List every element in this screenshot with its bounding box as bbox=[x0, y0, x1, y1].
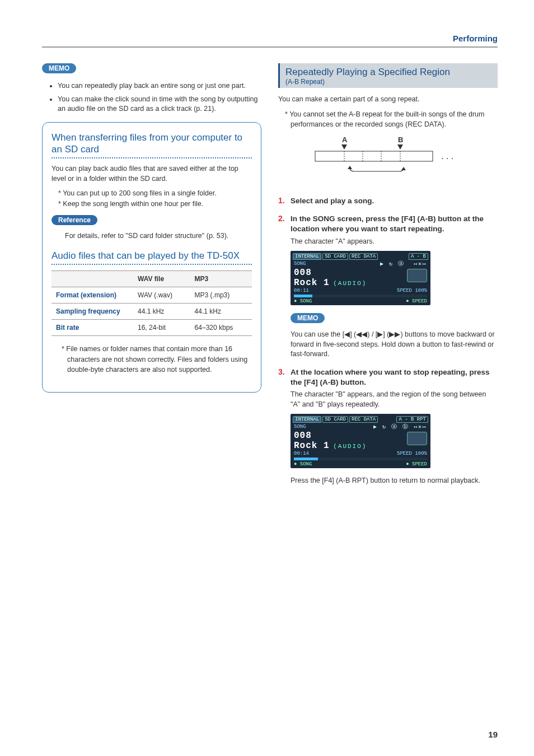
screen-tab: SD CARD bbox=[322, 416, 348, 423]
info-star-list: You can put up to 200 song files in a si… bbox=[51, 188, 252, 209]
table-head-wav: WAV file bbox=[133, 270, 190, 287]
screen-song-num: 008 bbox=[294, 268, 312, 278]
progress-bar bbox=[294, 458, 427, 460]
cell: MP3 (.mp3) bbox=[190, 287, 252, 303]
step-list: Select and play a song. In the SONG scre… bbox=[278, 196, 498, 486]
header-section: Performing bbox=[42, 34, 498, 48]
screen-label: SONG bbox=[294, 424, 306, 430]
play-icons: ▶ ↻ ⓐ ⓑ ↤✕↦ bbox=[373, 423, 427, 431]
page-number: 19 bbox=[488, 730, 498, 739]
svg-marker-2 bbox=[341, 144, 347, 150]
screen-tab: REC DATA bbox=[349, 253, 378, 260]
play-icons: ▶ ↻ ⓐ ↤✕↦ bbox=[380, 260, 427, 268]
screen-thumb bbox=[407, 269, 427, 282]
dotted-rule bbox=[51, 264, 252, 265]
step-1: Select and play a song. bbox=[278, 196, 498, 206]
left-column: MEMO You can repeatedly play back an ent… bbox=[42, 63, 261, 494]
screen-foot: SONG bbox=[300, 461, 312, 467]
screen-time: 00:11 bbox=[294, 288, 309, 293]
row-label: Bit rate bbox=[51, 319, 133, 335]
reference-pill: Reference bbox=[51, 215, 97, 225]
screen-speed: SPEED 100% bbox=[397, 288, 427, 293]
svg-text:B: B bbox=[398, 136, 403, 144]
row-label: Format (extension) bbox=[51, 287, 133, 303]
svg-rect-4 bbox=[315, 151, 433, 161]
step-2: In the SONG screen, press the [F4] (A-B)… bbox=[278, 214, 498, 359]
ab-note: You cannot set the A-B repeat for the bu… bbox=[285, 109, 498, 130]
svg-text:A: A bbox=[342, 136, 348, 144]
svg-marker-12 bbox=[401, 167, 406, 170]
screen-tab: A - B bbox=[409, 253, 428, 260]
right-column: Repeatedly Playing a Specified Region (A… bbox=[278, 63, 498, 494]
screen-ab-set-b: INTERNAL SD CARD REC DATA A - B RPT SONG… bbox=[291, 414, 430, 468]
step-after: Press the [F4] (A-B RPT) button to retur… bbox=[291, 476, 498, 486]
svg-marker-3 bbox=[397, 144, 403, 150]
cell: 64–320 kbps bbox=[190, 319, 252, 335]
cell: 16, 24-bit bbox=[133, 319, 190, 335]
memo-text: You can use the [◀] (◀◀) / [▶] (▶▶) butt… bbox=[291, 330, 498, 360]
table-row: Bit rate 16, 24-bit 64–320 kbps bbox=[51, 319, 252, 335]
screen-tab: A - B RPT bbox=[396, 416, 428, 423]
cell: 44.1 kHz bbox=[133, 303, 190, 319]
step-title: Select and play a song. bbox=[291, 197, 374, 205]
ab-repeat-diagram: A B . . . bbox=[304, 136, 472, 180]
star-item: Keep the song length within one hour per… bbox=[58, 199, 252, 209]
reference-text: For details, refer to "SD card folder st… bbox=[65, 232, 252, 240]
section-title: Repeatedly Playing a Specified Region bbox=[285, 67, 492, 78]
step-title: At the location where you want to stop r… bbox=[291, 368, 490, 386]
screen-time: 00:14 bbox=[294, 451, 309, 456]
screen-tab: INTERNAL bbox=[293, 416, 321, 423]
cell: WAV (.wav) bbox=[133, 287, 190, 303]
memo-bullet: You can make the click sound in time wit… bbox=[58, 95, 261, 114]
ab-intro: You can make a certain part of a song re… bbox=[278, 95, 498, 105]
ab-note-list: You cannot set the A-B repeat for the bu… bbox=[278, 109, 498, 130]
info-box: When transferring files from your comput… bbox=[42, 122, 261, 393]
step-body: The character "A" appears. bbox=[291, 237, 498, 247]
dotted-rule bbox=[51, 157, 252, 158]
screen-song-num: 008 bbox=[294, 431, 312, 441]
audio-spec-table: WAV file MP3 Format (extension) WAV (.wa… bbox=[51, 270, 252, 336]
step-title: In the SONG screen, press the [F4] (A-B)… bbox=[291, 214, 484, 233]
section-bar: Repeatedly Playing a Specified Region (A… bbox=[278, 63, 498, 88]
star-item: You can put up to 200 song files in a si… bbox=[58, 188, 252, 199]
info-footnote: File names or folder names that contain … bbox=[55, 344, 252, 375]
footnote-item: File names or folder names that contain … bbox=[62, 344, 252, 375]
screen-tab: REC DATA bbox=[349, 416, 378, 423]
screen-audio: (AUDIO) bbox=[333, 443, 367, 450]
memo-bullet: You can repeatedly play back an entire s… bbox=[58, 81, 261, 91]
screen-foot: SONG bbox=[300, 298, 312, 304]
screen-song-name: Rock 1 bbox=[294, 278, 330, 288]
screen-song-name: Rock 1 bbox=[294, 441, 330, 451]
screen-ab-set-a: INTERNAL SD CARD REC DATA A - B SONG▶ ↻ … bbox=[291, 251, 430, 305]
memo-bullets: You can repeatedly play back an entire s… bbox=[42, 81, 261, 114]
memo-pill: MEMO bbox=[42, 63, 76, 73]
screen-tab: SD CARD bbox=[322, 253, 348, 260]
svg-text:. . .: . . . bbox=[441, 151, 453, 161]
info-heading-1: When transferring files from your comput… bbox=[51, 132, 252, 156]
step-3: At the location where you want to stop r… bbox=[278, 367, 498, 486]
screen-thumb bbox=[407, 432, 427, 445]
progress-bar bbox=[294, 295, 427, 297]
table-head-mp3: MP3 bbox=[190, 270, 252, 287]
screen-foot: SPEED bbox=[412, 461, 427, 467]
cell: 44.1 kHz bbox=[190, 303, 252, 319]
memo-pill: MEMO bbox=[291, 313, 325, 323]
step-body: The character "B" appears, and the regio… bbox=[291, 390, 498, 409]
screen-speed: SPEED 100% bbox=[397, 451, 427, 456]
screen-foot: SPEED bbox=[412, 298, 427, 304]
screen-tab: INTERNAL bbox=[293, 253, 321, 260]
info-paragraph: You can play back audio files that are s… bbox=[51, 164, 252, 184]
svg-marker-11 bbox=[348, 166, 352, 169]
table-row: Sampling frequency 44.1 kHz 44.1 kHz bbox=[51, 303, 252, 319]
info-heading-2: Audio files that can be played by the TD… bbox=[51, 250, 252, 262]
table-row: Format (extension) WAV (.wav) MP3 (.mp3) bbox=[51, 287, 252, 303]
row-label: Sampling frequency bbox=[51, 303, 133, 319]
section-subtitle: (A-B Repeat) bbox=[285, 78, 492, 86]
screen-audio: (AUDIO) bbox=[333, 280, 367, 287]
screen-label: SONG bbox=[294, 261, 306, 267]
